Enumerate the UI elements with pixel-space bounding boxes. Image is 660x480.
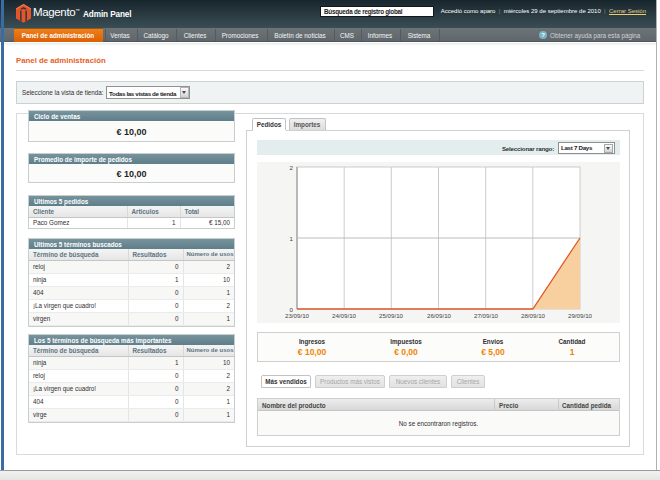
svg-text:23/09/10: 23/09/10 <box>285 312 310 319</box>
svg-text:25/09/10: 25/09/10 <box>379 312 404 319</box>
svg-text:26/09/10: 26/09/10 <box>427 312 452 319</box>
svg-text:27/09/10: 27/09/10 <box>474 312 499 319</box>
svg-text:28/09/10: 28/09/10 <box>521 312 546 319</box>
svg-text:29/09/10: 29/09/10 <box>568 312 593 319</box>
svg-text:24/09/10: 24/09/10 <box>332 312 357 319</box>
svg-text:1: 1 <box>290 235 294 242</box>
svg-text:2: 2 <box>290 164 294 171</box>
